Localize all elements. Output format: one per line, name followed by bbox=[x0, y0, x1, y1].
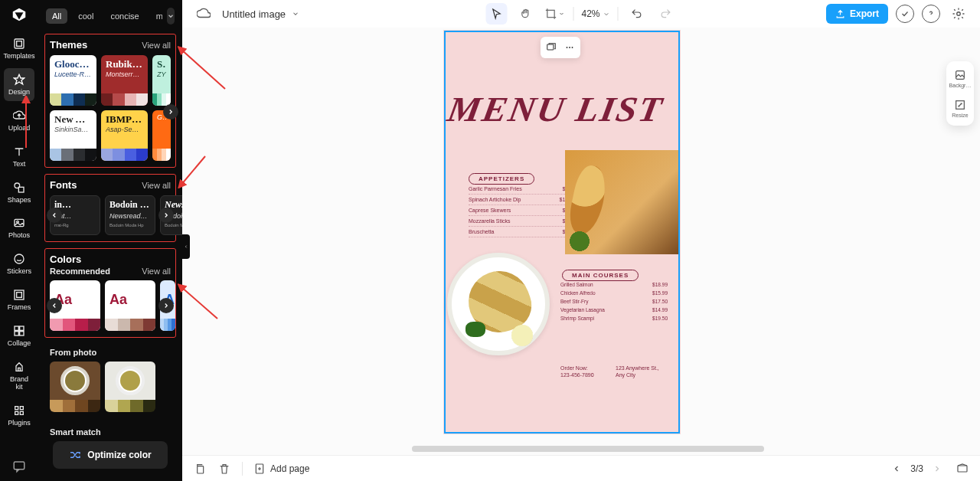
nav-collage[interactable]: Collage bbox=[4, 319, 34, 352]
collapse-panel-button[interactable] bbox=[182, 234, 190, 259]
help-button[interactable] bbox=[922, 5, 940, 23]
nav-feedback[interactable] bbox=[12, 460, 26, 473]
item-price: $18.99 bbox=[652, 282, 668, 287]
font-main: in… bbox=[54, 199, 96, 211]
themes-next-button[interactable] bbox=[163, 104, 178, 119]
chevron-down-icon bbox=[292, 10, 299, 18]
phone: 123-456-7890 bbox=[560, 371, 594, 378]
tag-more-button[interactable] bbox=[167, 8, 175, 25]
background-icon bbox=[954, 69, 966, 81]
tag-concise[interactable]: concise bbox=[104, 8, 145, 24]
present-button[interactable] bbox=[956, 462, 969, 476]
undo-button[interactable] bbox=[626, 3, 648, 25]
svg-line-21 bbox=[181, 286, 217, 319]
nav-photos[interactable]: Photos bbox=[4, 211, 34, 244]
svg-rect-12 bbox=[20, 332, 24, 335]
item-name: Garlic Parmesan Fries bbox=[469, 186, 522, 191]
theme-swatch-row bbox=[101, 149, 148, 161]
svg-rect-14 bbox=[20, 406, 23, 409]
prev-page-button[interactable] bbox=[890, 463, 903, 475]
font-tiny: rrat-Rg bbox=[54, 223, 96, 227]
app-logo[interactable] bbox=[8, 5, 31, 25]
chevron-down-icon bbox=[603, 11, 610, 18]
canvas-area[interactable]: MENU LIST APPETIZERS Garlic Parmesan Fri… bbox=[182, 28, 980, 455]
theme-name: New Y… bbox=[54, 113, 92, 126]
nav-frames[interactable]: Frames bbox=[4, 283, 34, 316]
hand-tool[interactable] bbox=[514, 3, 536, 25]
colors-viewall[interactable]: View all bbox=[142, 267, 171, 276]
dock-label: Backgr… bbox=[949, 83, 972, 88]
item-name: Mozzarella Sticks bbox=[469, 218, 510, 224]
background-button[interactable]: Backgr… bbox=[949, 66, 972, 91]
theme-card[interactable]: SpZY bbox=[152, 55, 171, 106]
cloud-status-icon[interactable] bbox=[193, 3, 214, 25]
add-page-button[interactable]: Add page bbox=[253, 463, 309, 475]
checkmark-button[interactable] bbox=[896, 5, 914, 23]
colors-prev-button[interactable] bbox=[47, 298, 62, 313]
photo-swatch-row bbox=[50, 400, 100, 412]
replace-image-button[interactable] bbox=[544, 41, 558, 54]
color-swatch-row bbox=[50, 319, 100, 331]
nav-label: Frames bbox=[8, 304, 31, 312]
theme-card[interactable]: Glooc…Lucette-R… bbox=[50, 55, 96, 106]
photo-color-card[interactable] bbox=[105, 362, 155, 412]
next-page-button[interactable] bbox=[931, 463, 943, 475]
more-button[interactable] bbox=[563, 41, 577, 54]
item-name: Vegetarian Lasagna bbox=[560, 307, 605, 312]
optimize-color-button[interactable]: Optimize color bbox=[53, 441, 168, 469]
theme-swatch-row bbox=[50, 149, 96, 161]
artboard[interactable]: MENU LIST APPETIZERS Garlic Parmesan Fri… bbox=[444, 31, 680, 434]
nav-templates[interactable]: Templates bbox=[4, 32, 34, 65]
scrollbar-thumb[interactable] bbox=[412, 446, 764, 452]
theme-sub: Montserrat… bbox=[106, 70, 143, 78]
resize-button[interactable]: Resize bbox=[952, 96, 968, 121]
zoom-control[interactable]: 42% bbox=[581, 8, 609, 19]
document-title[interactable]: Untitled image bbox=[222, 8, 299, 20]
export-icon bbox=[835, 9, 845, 19]
fonts-next-button[interactable] bbox=[158, 208, 174, 223]
svg-rect-3 bbox=[18, 187, 24, 192]
plugins-icon bbox=[12, 404, 26, 417]
nav-brand-kit[interactable]: Brand kit bbox=[4, 355, 34, 396]
redo-button[interactable] bbox=[655, 3, 677, 25]
tag-modern[interactable]: modern bbox=[150, 8, 162, 24]
bottombar: Add page 3/3 bbox=[182, 455, 980, 481]
svg-rect-17 bbox=[14, 462, 24, 470]
theme-card[interactable]: IBMPl…Asap-SemiB… bbox=[101, 110, 148, 161]
font-card[interactable]: Bodoin Mo… Newsreader… Bodoin Moda Hp bbox=[105, 195, 155, 235]
svg-point-27 bbox=[572, 47, 573, 48]
photo-color-card[interactable] bbox=[50, 362, 100, 412]
crop-tool[interactable] bbox=[544, 3, 565, 25]
item-price: $15.99 bbox=[652, 290, 668, 296]
nav-stickers[interactable]: Stickers bbox=[4, 247, 34, 280]
nav-label: Brand kit bbox=[10, 376, 28, 391]
resize-icon bbox=[954, 99, 966, 111]
settings-button[interactable] bbox=[948, 3, 969, 25]
appetizers-label: APPETIZERS bbox=[469, 173, 534, 185]
horizontal-scrollbar[interactable] bbox=[412, 446, 764, 452]
tag-cool[interactable]: cool bbox=[72, 8, 100, 24]
item-name: Chicken Alfredo bbox=[560, 290, 596, 296]
svg-point-6 bbox=[15, 254, 24, 263]
nav-plugins[interactable]: Plugins bbox=[4, 399, 34, 432]
mains-label: MAIN COURSES bbox=[562, 270, 639, 281]
duplicate-page-button[interactable] bbox=[193, 462, 207, 476]
colors-next-button[interactable] bbox=[158, 298, 174, 313]
color-card[interactable]: Aa bbox=[105, 280, 155, 331]
fonts-prev-button[interactable] bbox=[47, 208, 62, 223]
dock-label: Resize bbox=[952, 113, 968, 118]
export-button[interactable]: Export bbox=[826, 4, 888, 24]
themes-title: Themes bbox=[50, 39, 87, 51]
svg-rect-10 bbox=[20, 326, 24, 330]
theme-card[interactable]: New Y…SinkinSa… bbox=[50, 110, 96, 161]
font-main: Bodoin Mo… bbox=[109, 199, 151, 211]
select-tool[interactable] bbox=[485, 3, 507, 25]
themes-viewall[interactable]: View all bbox=[142, 41, 171, 50]
theme-card[interactable]: Rubik-…Montserrat… bbox=[101, 55, 148, 106]
svg-line-19 bbox=[181, 49, 225, 89]
nav-shapes[interactable]: Shapes bbox=[4, 176, 34, 209]
tag-all[interactable]: All bbox=[46, 8, 67, 24]
svg-rect-16 bbox=[20, 411, 23, 414]
fonts-viewall[interactable]: View all bbox=[142, 181, 171, 190]
delete-page-button[interactable] bbox=[217, 462, 231, 476]
